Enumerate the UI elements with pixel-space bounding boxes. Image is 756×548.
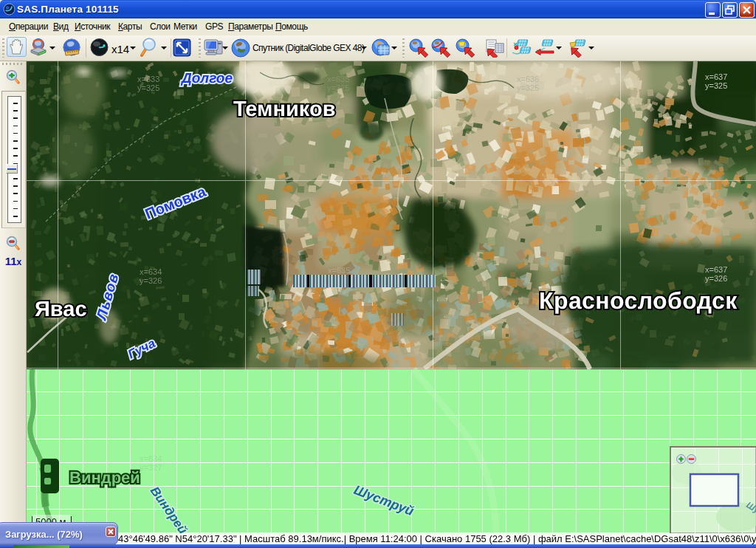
svg-text:x=635: x=635 (327, 75, 349, 83)
svg-text:x=637: x=637 (705, 265, 727, 274)
svg-text:y=326: y=326 (140, 276, 162, 285)
svg-text:Виндрей: Виндрей (69, 468, 140, 487)
svg-text:x=637: x=637 (705, 72, 727, 81)
svg-text:y=325: y=325 (327, 83, 349, 92)
svg-text:Краснослободск: Краснослободск (539, 287, 738, 314)
svg-text:x=635: x=635 (328, 266, 350, 275)
svg-text:y=325: y=325 (705, 81, 727, 90)
svg-text:y=327: y=327 (140, 463, 162, 472)
svg-text:y=326: y=326 (705, 274, 727, 283)
svg-text:Темников: Темников (233, 97, 336, 121)
svg-text:y=325: y=325 (137, 83, 159, 92)
svg-text:x=634: x=634 (140, 267, 162, 276)
svg-text:x=636: x=636 (517, 75, 539, 83)
svg-text:x=634: x=634 (140, 454, 162, 463)
svg-text:y=325: y=325 (517, 83, 539, 92)
svg-text:x=633: x=633 (137, 75, 159, 83)
svg-text:Долгое: Долгое (180, 71, 233, 86)
svg-text:Явас: Явас (35, 298, 87, 321)
